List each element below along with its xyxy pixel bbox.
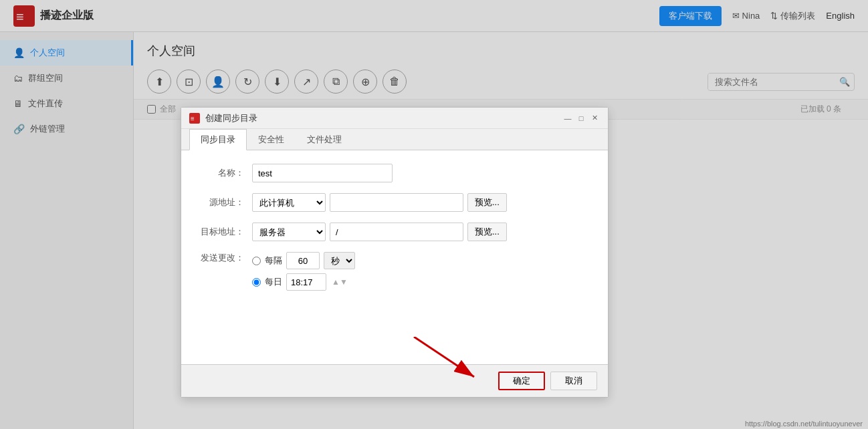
name-input[interactable] [252,164,393,182]
svg-text:≡: ≡ [191,115,195,122]
dialog-close-button[interactable]: ✕ [589,113,600,124]
sync-dialog: ≡ 创建同步目录 — □ ✕ 同步目录 安全性 文件处理 名称： 源地址： [181,107,609,398]
name-row: 名称： [197,164,592,182]
daily-label: 每日 [265,276,282,288]
dialog-minimize-button[interactable]: — [562,113,573,124]
tab-sync-dir[interactable]: 同步目录 [189,129,247,150]
target-row: 目标地址： 服务器 预览... [197,223,592,241]
unit-select[interactable]: 秒 [324,252,355,269]
name-label: 名称： [197,167,244,179]
source-path-input[interactable] [330,193,463,212]
tab-security[interactable]: 安全性 [247,129,296,150]
interval-radio-row: 每隔 秒 [252,252,355,269]
send-changes-row: 发送更改： 每隔 秒 每日 ⁠▲▼ [197,252,592,291]
dialog-logo-icon: ≡ [189,113,200,124]
cancel-button[interactable]: 取消 [550,372,597,390]
target-preview-button[interactable]: 预览... [467,223,507,241]
daily-radio-row: 每日 ⁠▲▼ [252,273,355,291]
dialog-overlay: ≡ 创建同步目录 — □ ✕ 同步目录 安全性 文件处理 名称： 源地址： [0,0,868,429]
interval-radio[interactable] [252,257,261,265]
time-stepper[interactable]: ⁠▲▼ [332,277,348,287]
source-row: 源地址： 此计算机 预览... [197,193,592,212]
interval-value-input[interactable] [286,252,320,269]
target-path-input[interactable] [330,223,463,241]
dialog-maximize-button[interactable]: □ [576,113,586,124]
dialog-controls: — □ ✕ [562,113,600,124]
confirm-button[interactable]: 确定 [498,372,545,390]
source-preview-button[interactable]: 预览... [467,193,507,212]
source-label: 源地址： [197,196,244,208]
tab-file-process[interactable]: 文件处理 [296,129,353,150]
dialog-title: 创建同步目录 [205,112,562,124]
radio-group: 每隔 秒 每日 ⁠▲▼ [252,252,355,291]
time-input[interactable] [286,273,326,291]
dialog-body: 名称： 源地址： 此计算机 预览... 目标地址： 服务器 预览... [181,150,608,364]
target-label: 目标地址： [197,226,244,238]
dialog-tabs: 同步目录 安全性 文件处理 [181,129,608,150]
target-select[interactable]: 服务器 [252,223,326,241]
source-select[interactable]: 此计算机 [252,193,326,212]
daily-radio[interactable] [252,278,261,287]
dialog-footer: 确定 取消 [181,364,608,397]
dialog-titlebar: ≡ 创建同步目录 — □ ✕ [181,108,608,129]
interval-label: 每隔 [265,255,282,267]
send-label: 发送更改： [197,252,244,264]
